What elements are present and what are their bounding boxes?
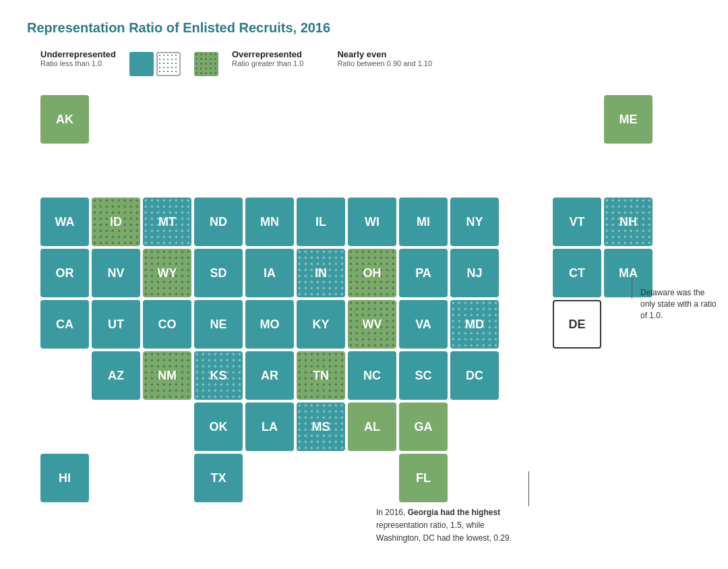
empty-cell-r6-c10 bbox=[502, 351, 550, 400]
state-la[interactable]: LA bbox=[245, 402, 294, 451]
state-nj[interactable]: NJ bbox=[450, 249, 499, 297]
state-ky[interactable]: KY bbox=[297, 300, 345, 349]
state-label-wy: WY bbox=[158, 266, 177, 280]
state-wa[interactable]: WA bbox=[40, 198, 89, 246]
state-ga[interactable]: GA bbox=[399, 402, 448, 451]
state-sd[interactable]: SD bbox=[194, 249, 243, 297]
state-az[interactable]: AZ bbox=[92, 351, 140, 400]
legend-boxes-2 bbox=[194, 52, 218, 76]
state-label-sc: SC bbox=[415, 369, 431, 383]
state-label-co: CO bbox=[158, 318, 177, 332]
state-label-hi: HI bbox=[59, 471, 71, 485]
state-ak[interactable]: AK bbox=[40, 95, 89, 144]
state-label-wv: WV bbox=[363, 318, 382, 332]
state-label-vt: VT bbox=[569, 215, 584, 229]
empty-cell-r6-c11 bbox=[553, 351, 601, 400]
empty-cell-r7-c11 bbox=[553, 402, 601, 451]
state-or[interactable]: OR bbox=[40, 249, 89, 297]
state-label-il: IL bbox=[315, 215, 326, 229]
state-ok[interactable]: OK bbox=[194, 402, 243, 451]
state-al[interactable]: AL bbox=[348, 402, 396, 451]
state-ct[interactable]: CT bbox=[553, 249, 601, 297]
state-label-oh: OH bbox=[363, 266, 382, 280]
state-id[interactable]: ID bbox=[92, 198, 140, 246]
state-label-fl: FL bbox=[416, 471, 431, 485]
state-label-ga: GA bbox=[415, 420, 433, 434]
empty-cell-r7-c3 bbox=[143, 402, 191, 451]
state-nh[interactable]: NH bbox=[604, 198, 653, 246]
state-ny[interactable]: NY bbox=[450, 198, 499, 246]
empty-cell-r2-c11 bbox=[553, 146, 601, 195]
state-label-ar: AR bbox=[261, 369, 278, 383]
legend: Underrepresented Ratio less than 1.0 Ove… bbox=[40, 49, 701, 79]
empty-cell-r7-c12 bbox=[604, 402, 653, 451]
empty-cell-r8-c12 bbox=[604, 454, 653, 502]
state-co[interactable]: CO bbox=[143, 300, 191, 349]
empty-cell-r8-c6 bbox=[297, 454, 345, 502]
state-label-nj: NJ bbox=[466, 266, 482, 280]
state-label-wa: WA bbox=[55, 215, 75, 229]
state-label-or: OR bbox=[56, 266, 74, 280]
state-label-ma: MA bbox=[619, 266, 638, 280]
underrepresented-label: Underrepresented bbox=[40, 49, 116, 59]
state-in[interactable]: IN bbox=[297, 249, 345, 297]
state-mo[interactable]: MO bbox=[245, 300, 294, 349]
overrepresented-sub: Ratio greater than 1.0 bbox=[232, 59, 303, 67]
state-wi[interactable]: WI bbox=[348, 198, 396, 246]
map-area: AKMEWAIDMTNDMNILWIMINYVTNHORNVWYSDIAINOH… bbox=[40, 95, 701, 502]
state-de[interactable]: DE bbox=[553, 300, 601, 349]
state-label-tn: TN bbox=[313, 369, 329, 383]
state-pa[interactable]: PA bbox=[399, 249, 448, 297]
empty-cell-r7-c1 bbox=[40, 402, 89, 451]
state-nv[interactable]: NV bbox=[92, 249, 140, 297]
state-mi[interactable]: MI bbox=[399, 198, 448, 246]
state-sc[interactable]: SC bbox=[399, 351, 448, 400]
state-ia[interactable]: IA bbox=[245, 249, 294, 297]
state-oh[interactable]: OH bbox=[348, 249, 396, 297]
state-hi[interactable]: HI bbox=[40, 454, 89, 502]
empty-cell-r2-c3 bbox=[143, 146, 191, 195]
state-tx[interactable]: TX bbox=[194, 454, 243, 502]
state-ne[interactable]: NE bbox=[194, 300, 243, 349]
empty-cell-r7-c10 bbox=[502, 402, 550, 451]
empty-cell-r2-c1 bbox=[40, 146, 89, 195]
state-nc[interactable]: NC bbox=[348, 351, 396, 400]
state-wv[interactable]: WV bbox=[348, 300, 396, 349]
state-fl[interactable]: FL bbox=[399, 454, 448, 502]
empty-cell-r8-c7 bbox=[348, 454, 396, 502]
state-label-mi: MI bbox=[417, 215, 430, 229]
state-md[interactable]: MD bbox=[450, 300, 499, 349]
state-ks[interactable]: KS bbox=[194, 351, 243, 400]
state-label-ia: IA bbox=[264, 266, 276, 280]
chart-title: Representation Ratio of Enlisted Recruit… bbox=[27, 20, 701, 36]
state-nm[interactable]: NM bbox=[143, 351, 191, 400]
state-label-wi: WI bbox=[365, 215, 380, 229]
state-ms[interactable]: MS bbox=[297, 402, 345, 451]
empty-cell-r1-c3 bbox=[143, 95, 191, 144]
state-va[interactable]: VA bbox=[399, 300, 448, 349]
state-ar[interactable]: AR bbox=[245, 351, 294, 400]
empty-cell-r5-c10 bbox=[502, 300, 550, 349]
overrepresented-label: Overrepresented bbox=[232, 49, 302, 59]
empty-cell-r2-c4 bbox=[194, 146, 243, 195]
state-label-ny: NY bbox=[466, 215, 483, 229]
empty-cell-r2-c9 bbox=[450, 146, 499, 195]
state-mn[interactable]: MN bbox=[245, 198, 294, 246]
state-mt[interactable]: MT bbox=[143, 198, 191, 246]
state-nd[interactable]: ND bbox=[194, 198, 243, 246]
state-ut[interactable]: UT bbox=[92, 300, 140, 349]
state-wy[interactable]: WY bbox=[143, 249, 191, 297]
state-tn[interactable]: TN bbox=[297, 351, 345, 400]
state-label-nh: NH bbox=[619, 215, 637, 229]
empty-cell-r7-c9 bbox=[450, 402, 499, 451]
state-il[interactable]: IL bbox=[297, 198, 345, 246]
state-label-de: DE bbox=[568, 318, 585, 332]
state-label-id: ID bbox=[110, 215, 122, 229]
state-label-ak: AK bbox=[56, 113, 73, 127]
state-me[interactable]: ME bbox=[604, 95, 653, 144]
state-label-ne: NE bbox=[210, 318, 226, 332]
state-dc[interactable]: DC bbox=[450, 351, 499, 400]
state-vt[interactable]: VT bbox=[553, 198, 601, 246]
state-label-va: VA bbox=[415, 318, 431, 332]
state-ca[interactable]: CA bbox=[40, 300, 89, 349]
